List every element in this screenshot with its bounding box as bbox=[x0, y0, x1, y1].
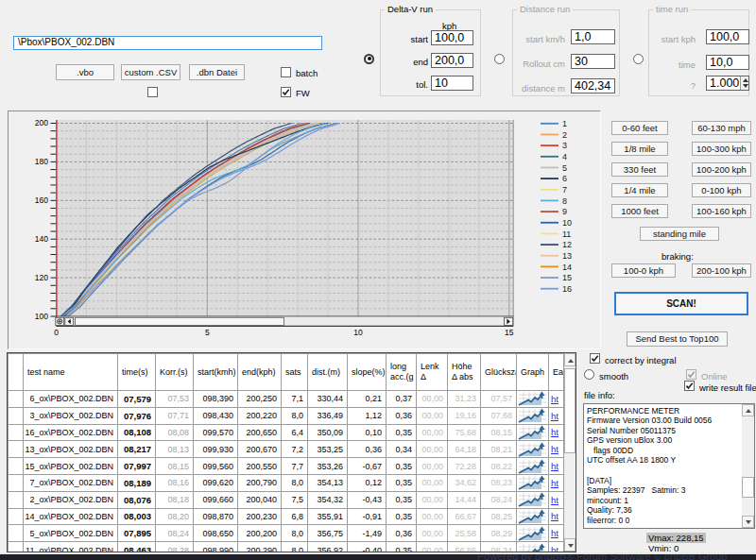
svg-text:120: 120 bbox=[35, 273, 48, 282]
svg-text:7: 7 bbox=[562, 185, 567, 195]
svg-text:11: 11 bbox=[562, 229, 571, 239]
svg-text:0: 0 bbox=[54, 328, 59, 337]
svg-text:9: 9 bbox=[562, 207, 567, 216]
svg-text:14: 14 bbox=[562, 263, 572, 272]
svg-text:10: 10 bbox=[562, 218, 572, 228]
svg-text:6: 6 bbox=[562, 174, 567, 183]
svg-text:140: 140 bbox=[35, 234, 48, 244]
svg-text:3: 3 bbox=[562, 141, 567, 150]
svg-text:1: 1 bbox=[562, 119, 567, 128]
svg-text:5: 5 bbox=[562, 163, 567, 173]
svg-text:15: 15 bbox=[562, 273, 572, 282]
svg-text:2: 2 bbox=[562, 130, 567, 140]
svg-text:5: 5 bbox=[205, 328, 210, 337]
svg-text:160: 160 bbox=[35, 195, 48, 205]
svg-text:12: 12 bbox=[562, 240, 572, 249]
svg-text:8: 8 bbox=[562, 196, 567, 206]
svg-text:200: 200 bbox=[35, 118, 48, 127]
svg-text:16: 16 bbox=[562, 284, 572, 294]
svg-text:4: 4 bbox=[562, 152, 567, 161]
svg-text:13: 13 bbox=[562, 251, 572, 261]
svg-text:15: 15 bbox=[505, 328, 514, 337]
svg-text:180: 180 bbox=[35, 157, 48, 166]
svg-text:10: 10 bbox=[353, 328, 363, 337]
svg-text:100: 100 bbox=[35, 312, 48, 321]
